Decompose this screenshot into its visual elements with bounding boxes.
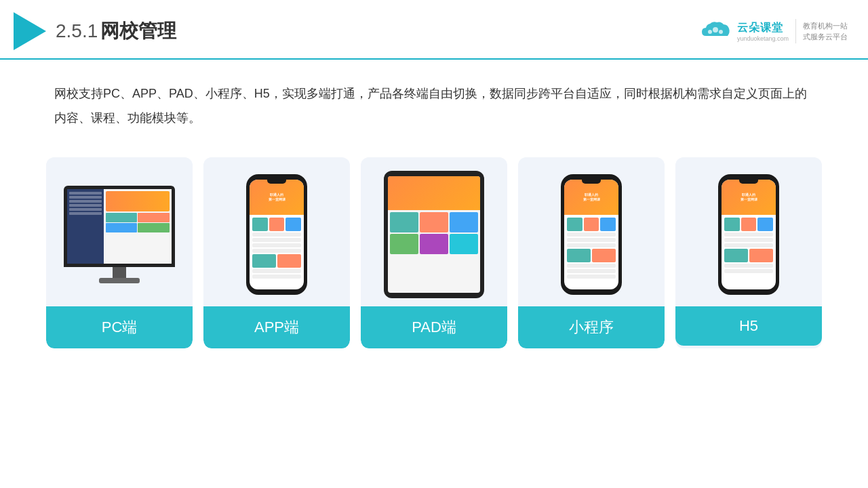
pad-ipad-icon bbox=[384, 171, 484, 298]
card-h5: 职通人的第一堂网课 bbox=[675, 157, 822, 348]
card-miniprogram: 职通人的第一堂网课 bbox=[518, 157, 665, 348]
pc-image-area bbox=[46, 157, 193, 306]
pad-image-area bbox=[361, 157, 507, 306]
app-image-area: 职通人的第一堂网课 bbox=[203, 157, 350, 306]
svg-point-0 bbox=[708, 30, 712, 34]
header-divider bbox=[795, 19, 796, 43]
cloud-logo-icon bbox=[701, 21, 730, 41]
card-pc: PC端 bbox=[46, 157, 193, 348]
brand-domain-text: yunduoketang.com bbox=[737, 35, 789, 42]
brand-text: 云朵课堂 yunduoketang.com bbox=[737, 21, 789, 42]
logo-triangle-icon bbox=[14, 12, 46, 50]
pc-label: PC端 bbox=[46, 306, 193, 348]
app-label: APP端 bbox=[203, 306, 350, 348]
service-label: 教育机构一站式服务云平台 bbox=[803, 20, 848, 43]
miniprogram-label: 小程序 bbox=[518, 306, 665, 348]
header: 2.5.1网校管理 云朵课堂 yunduoketang.com 教育机构一站式服… bbox=[0, 0, 868, 60]
description-text: 网校支持PC、APP、PAD、小程序、H5，实现多端打通，产品各终端自由切换，数… bbox=[0, 60, 868, 144]
brand-name-text: 云朵课堂 bbox=[737, 21, 783, 35]
app-phone-icon: 职通人的第一堂网课 bbox=[246, 174, 307, 295]
description-paragraph: 网校支持PC、APP、PAD、小程序、H5，实现多端打通，产品各终端自由切换，数… bbox=[54, 81, 814, 130]
title-number: 2.5.1 bbox=[56, 20, 98, 41]
header-left: 2.5.1网校管理 bbox=[14, 12, 176, 50]
header-right: 云朵课堂 yunduoketang.com 教育机构一站式服务云平台 bbox=[701, 19, 848, 43]
h5-image-area: 职通人的第一堂网课 bbox=[675, 157, 822, 306]
h5-label: H5 bbox=[675, 306, 822, 346]
pc-monitor-icon bbox=[64, 186, 175, 283]
card-app: 职通人的第一堂网课 bbox=[203, 157, 350, 348]
brand-logo bbox=[701, 21, 730, 41]
mini-image-area: 职通人的第一堂网课 bbox=[518, 157, 665, 306]
pad-label: PAD端 bbox=[361, 306, 507, 348]
title-main: 网校管理 bbox=[100, 20, 176, 41]
page-title: 2.5.1网校管理 bbox=[56, 18, 176, 44]
mini-phone-icon: 职通人的第一堂网课 bbox=[561, 174, 622, 295]
svg-point-1 bbox=[713, 27, 718, 33]
card-pad: PAD端 bbox=[361, 157, 507, 348]
h5-phone-icon: 职通人的第一堂网课 bbox=[718, 174, 779, 295]
svg-point-2 bbox=[719, 30, 723, 34]
cards-container: PC端 职通人的第一堂网课 bbox=[0, 144, 868, 369]
